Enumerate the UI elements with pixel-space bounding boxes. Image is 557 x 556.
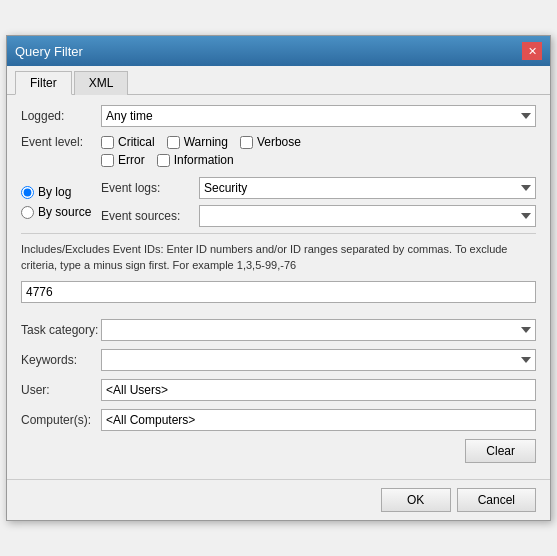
event-log-rows: Event logs: Security Application System …	[101, 177, 536, 227]
verbose-checkbox[interactable]	[240, 136, 253, 149]
event-logs-label: Event logs:	[101, 181, 191, 195]
by-log-radio-label[interactable]: By log	[21, 185, 101, 199]
description-text: Includes/Excludes Event IDs: Enter ID nu…	[21, 233, 536, 273]
radio-column: By log By source	[21, 177, 101, 227]
clear-button[interactable]: Clear	[465, 439, 536, 463]
close-button[interactable]: ✕	[522, 42, 542, 60]
user-input[interactable]	[101, 379, 536, 401]
by-source-label: By source	[38, 205, 91, 219]
tab-xml[interactable]: XML	[74, 71, 129, 95]
clear-button-row: Clear	[21, 439, 536, 463]
event-sources-select-wrapper	[199, 205, 536, 227]
by-log-radio[interactable]	[21, 186, 34, 199]
warning-checkbox[interactable]	[167, 136, 180, 149]
error-label: Error	[118, 153, 145, 167]
query-filter-dialog: Query Filter ✕ Filter XML Logged: Any ti…	[6, 35, 551, 521]
computers-label: Computer(s):	[21, 413, 101, 427]
information-checkbox-label[interactable]: Information	[157, 153, 234, 167]
event-logs-row: Event logs: Security Application System	[101, 177, 536, 199]
task-category-select[interactable]	[101, 319, 536, 341]
critical-checkbox[interactable]	[101, 136, 114, 149]
keywords-select[interactable]	[101, 349, 536, 371]
error-checkbox-label[interactable]: Error	[101, 153, 145, 167]
information-checkbox[interactable]	[157, 154, 170, 167]
error-checkbox[interactable]	[101, 154, 114, 167]
computers-input[interactable]	[101, 409, 536, 431]
event-ids-input[interactable]	[21, 281, 536, 303]
by-log-label: By log	[38, 185, 71, 199]
cancel-button[interactable]: Cancel	[457, 488, 536, 512]
logged-label: Logged:	[21, 109, 101, 123]
event-sources-label: Event sources:	[101, 209, 191, 223]
information-label: Information	[174, 153, 234, 167]
warning-checkbox-label[interactable]: Warning	[167, 135, 228, 149]
title-bar: Query Filter ✕	[7, 36, 550, 66]
keywords-select-wrapper	[101, 349, 536, 371]
tab-filter[interactable]: Filter	[15, 71, 72, 95]
critical-label: Critical	[118, 135, 155, 149]
ok-button[interactable]: OK	[381, 488, 451, 512]
by-source-radio[interactable]	[21, 206, 34, 219]
user-row: User:	[21, 379, 536, 401]
by-source-radio-label[interactable]: By source	[21, 205, 101, 219]
verbose-label: Verbose	[257, 135, 301, 149]
dialog-title: Query Filter	[15, 44, 83, 59]
filter-content: Logged: Any time Last hour Last 12 hours…	[7, 95, 550, 479]
log-source-section: By log By source Event logs: Security Ap…	[21, 177, 536, 227]
keywords-row: Keywords:	[21, 349, 536, 371]
event-level-section: Event level: Critical Warning Verbose	[21, 135, 536, 171]
logged-select-wrapper: Any time Last hour Last 12 hours Last 24…	[101, 105, 536, 127]
task-category-select-wrapper	[101, 319, 536, 341]
warning-label: Warning	[184, 135, 228, 149]
task-category-row: Task category:	[21, 319, 536, 341]
event-logs-select[interactable]: Security Application System	[199, 177, 536, 199]
bottom-buttons: OK Cancel	[7, 479, 550, 520]
event-level-label: Event level:	[21, 135, 101, 149]
computers-row: Computer(s):	[21, 409, 536, 431]
event-level-checkboxes: Critical Warning Verbose Error	[101, 135, 536, 171]
logged-select[interactable]: Any time Last hour Last 12 hours Last 24…	[101, 105, 536, 127]
verbose-checkbox-label[interactable]: Verbose	[240, 135, 301, 149]
user-label: User:	[21, 383, 101, 397]
event-logs-select-wrapper: Security Application System	[199, 177, 536, 199]
event-ids-row	[21, 281, 536, 311]
event-level-row1: Critical Warning Verbose	[101, 135, 536, 149]
event-sources-select[interactable]	[199, 205, 536, 227]
task-category-label: Task category:	[21, 323, 101, 337]
tabs-container: Filter XML	[7, 66, 550, 95]
logged-row: Logged: Any time Last hour Last 12 hours…	[21, 105, 536, 127]
critical-checkbox-label[interactable]: Critical	[101, 135, 155, 149]
keywords-label: Keywords:	[21, 353, 101, 367]
event-sources-row: Event sources:	[101, 205, 536, 227]
event-level-row2: Error Information	[101, 153, 536, 167]
